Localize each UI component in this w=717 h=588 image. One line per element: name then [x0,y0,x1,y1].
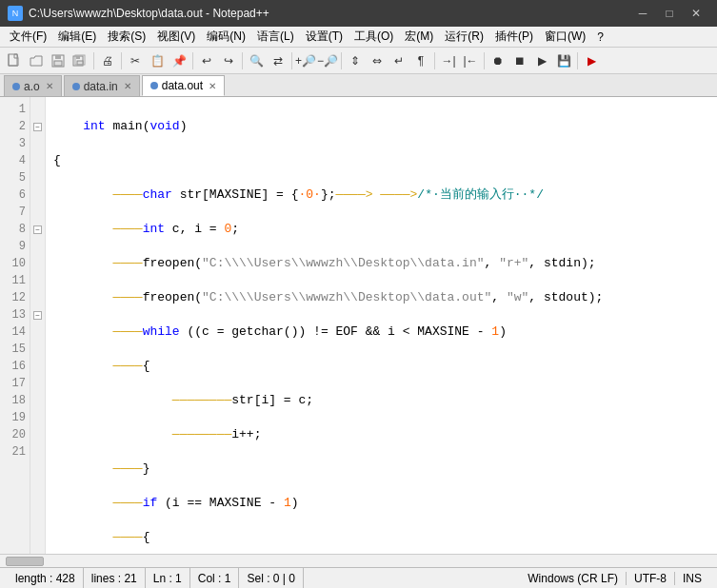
status-ins: INS [675,572,709,585]
linenum-21: 21 [0,443,30,461]
code-line-13: ————{ [53,529,709,546]
menu-edit[interactable]: 编辑(E) [52,27,102,47]
menu-search[interactable]: 搜索(S) [102,27,151,47]
svg-rect-6 [77,61,83,65]
fold-cell-14 [30,323,45,341]
horizontal-scrollbar[interactable] [0,554,717,567]
menu-plugins[interactable]: 插件(P) [489,27,539,47]
linenum-4: 4 [0,152,30,169]
code-line-10: ————————i++; [53,426,709,443]
play-record-button[interactable]: ▶ [531,50,552,71]
tab-close-data-in[interactable]: ✕ [124,81,131,91]
sync-scroll-v-button[interactable]: ⇕ [345,50,366,71]
paste-button[interactable]: 📌 [169,50,189,71]
fold-cell-6 [30,186,45,204]
fold-cell-13[interactable]: − [30,306,45,323]
toolbar: 🖨 ✂ 📋 📌 ↩ ↪ 🔍 ⇄ +🔎 −🔎 ⇕ ⇔ ↵ ¶ →| |← ⏺ ⏹ … [0,48,717,74]
cut-button[interactable]: ✂ [125,50,146,71]
save-record-button[interactable]: 💾 [553,50,574,71]
run-button[interactable]: ▶ [581,50,602,71]
editor: 1 2 3 4 5 6 7 8 9 10 11 12 13 14 15 16 1… [0,97,717,554]
window-controls: ─ □ ✕ [629,0,709,27]
menu-run[interactable]: 运行(R) [439,27,489,47]
toolbar-sep-6 [341,52,342,69]
tab-icon-data-in [72,83,80,90]
code-line-7: ————while ((c = getchar()) != EOF && i <… [53,323,709,341]
tab-close-a-out[interactable]: ✕ [46,81,53,91]
maximize-button[interactable]: □ [656,0,683,27]
status-sel-text: Sel : 0 | 0 [247,572,294,585]
start-record-button[interactable]: ⏺ [488,50,508,71]
print-button[interactable]: 🖨 [97,50,118,71]
status-lines-text: lines : 21 [91,572,137,585]
titlebar: N C:\Users\wwwzh\Desktop\data.out - Note… [0,0,717,27]
save-button[interactable] [48,50,69,71]
fold-cell-2[interactable]: − [30,118,45,135]
linenum-14: 14 [0,323,30,341]
menu-macro[interactable]: 宏(M) [399,27,439,47]
svg-rect-2 [55,55,61,59]
status-ins-text: INS [683,572,702,585]
fold-box-13[interactable]: − [33,311,42,320]
scroll-thumb[interactable] [6,557,44,566]
fold-cell-4 [30,152,45,169]
fold-cell-8[interactable]: − [30,221,45,238]
fold-box-2[interactable]: − [33,123,42,131]
redo-button[interactable]: ↪ [218,50,239,71]
zoom-in-button[interactable]: +🔎 [295,50,316,71]
linenum-3: 3 [0,135,30,152]
svg-rect-0 [9,54,17,66]
tab-data-out[interactable]: data.out ✕ [142,75,225,96]
minimize-button[interactable]: ─ [629,0,656,27]
find-button[interactable]: 🔍 [246,50,267,71]
new-button[interactable] [4,50,25,71]
sync-scroll-h-button[interactable]: ⇔ [367,50,388,71]
menu-settings[interactable]: 设置(T) [300,27,349,47]
copy-button[interactable]: 📋 [147,50,168,71]
menubar: 文件(F) 编辑(E) 搜索(S) 视图(V) 编码(N) 语言(L) 设置(T… [0,27,717,48]
close-button[interactable]: ✕ [683,0,709,27]
fold-box-8[interactable]: − [33,225,42,234]
fold-cell-16 [30,358,45,375]
menu-language[interactable]: 语言(L) [251,27,300,47]
tab-close-data-out[interactable]: ✕ [209,81,216,91]
status-sel: Sel : 0 | 0 [239,568,303,588]
zoom-out-button[interactable]: −🔎 [317,50,338,71]
save-all-button[interactable] [70,50,90,71]
linenum-5: 5 [0,169,30,186]
stop-record-button[interactable]: ⏹ [509,50,530,71]
linenum-6: 6 [0,186,30,204]
fold-cell-9 [30,238,45,255]
wordwrap-button[interactable]: ↵ [388,50,409,71]
toolbar-sep-8 [484,52,485,69]
code-line-9: ————————str[i] = c; [53,392,709,409]
tabs-bar: a.o ✕ data.in ✕ data.out ✕ [0,74,717,97]
app-icon: N [8,6,23,21]
menu-file[interactable]: 文件(F) [4,27,52,47]
indent-button[interactable]: →| [438,50,459,71]
menu-encoding[interactable]: 编码(N) [201,27,251,47]
tab-icon-a-out [12,83,20,90]
line-number-gutter: 1 2 3 4 5 6 7 8 9 10 11 12 13 14 15 16 1… [0,97,30,554]
outdent-button[interactable]: |← [460,50,481,71]
toolbar-sep-5 [291,52,292,69]
toolbar-sep-4 [242,52,243,69]
menu-tools[interactable]: 工具(O) [349,27,399,47]
tab-a-out[interactable]: a.o ✕ [4,75,62,96]
tab-data-in[interactable]: data.in ✕ [64,75,140,96]
code-line-5: ————freopen("C:\\\\Users\\wwwzh\\Desktop… [53,255,709,272]
app: N C:\Users\wwwzh\Desktop\data.out - Note… [0,0,717,588]
show-all-chars-button[interactable]: ¶ [410,50,431,71]
undo-button[interactable]: ↩ [196,50,217,71]
menu-view[interactable]: 视图(V) [151,27,201,47]
code-area[interactable]: int main(void) { ————char str[MAXSINE] =… [46,97,717,554]
code-line-1: int main(void) [53,118,709,135]
toolbar-sep-2 [121,52,122,69]
replace-button[interactable]: ⇄ [268,50,289,71]
linenum-2: 2 [0,118,30,135]
tab-label-data-in: data.in [84,80,118,93]
menu-help[interactable]: ? [591,29,609,46]
open-button[interactable] [26,50,47,71]
menu-window[interactable]: 窗口(W) [539,27,591,47]
fold-cell-19 [30,409,45,426]
